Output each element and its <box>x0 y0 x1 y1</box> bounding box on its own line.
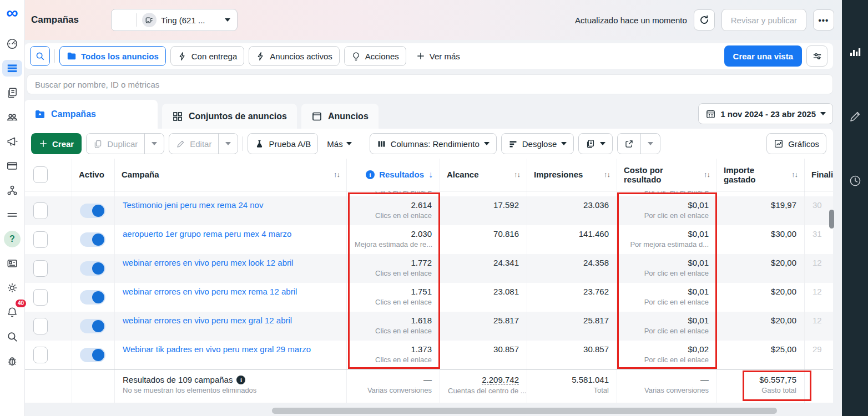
ab-test-button[interactable]: Prueba A/B <box>248 133 318 154</box>
filter-with-delivery[interactable]: Con entrega <box>170 46 245 66</box>
account-info-icon[interactable] <box>2 255 22 272</box>
campaigns-table-panel: Crear Duplicar Editar Prueba A/B Más Col… <box>24 129 833 403</box>
export-button[interactable] <box>618 134 640 154</box>
campaign-link[interactable]: webinar errores en vivo peru mex gral 12… <box>123 316 292 325</box>
charts-button[interactable]: Gráficos <box>766 133 826 154</box>
spend-value: $25,00 <box>717 341 805 369</box>
chevron-down-icon <box>225 18 230 22</box>
select-all-checkbox[interactable] <box>33 166 48 183</box>
see-more-filters[interactable]: Ver más <box>416 52 460 61</box>
reports-button[interactable] <box>578 133 613 154</box>
impressions-total: 5.581.041 <box>535 375 609 384</box>
row-checkbox[interactable] <box>33 202 48 219</box>
view-settings-button[interactable] <box>806 45 827 67</box>
filter-search-button[interactable] <box>30 46 50 66</box>
reach-value: 17.592 <box>440 196 527 225</box>
row-checkbox[interactable] <box>33 318 48 334</box>
duplicate-dropdown[interactable] <box>144 134 164 154</box>
campaign-link[interactable]: Testimonio jeni peru mex rema 24 nov <box>123 200 263 210</box>
settings-gear-icon[interactable] <box>2 280 22 296</box>
search-rail-icon[interactable] <box>2 328 22 345</box>
sort-icon[interactable]: ↑↓ <box>704 171 710 179</box>
chevron-down-icon <box>346 142 352 145</box>
col-ends: Finaliz <box>811 170 833 179</box>
campaign-link[interactable]: webinar errores en vivo peru mex rema 12… <box>123 287 297 296</box>
overview-icon[interactable] <box>2 35 22 52</box>
review-publish-button[interactable]: Revisar y publicar <box>721 9 806 31</box>
results-value: 1.772 <box>355 258 432 267</box>
billing-icon[interactable] <box>2 158 22 174</box>
table-toolbar: Crear Duplicar Editar Prueba A/B Más Col… <box>24 129 833 159</box>
search-input[interactable] <box>27 74 833 94</box>
columns-button[interactable]: Columnas: Rendimiento <box>370 133 497 154</box>
chevron-down-icon <box>820 112 826 115</box>
help-icon[interactable]: ? <box>4 231 21 247</box>
sort-icon[interactable]: ↑↓ <box>514 171 520 179</box>
active-toggle[interactable] <box>80 348 105 362</box>
campaign-link[interactable]: aeropuerto 1er grupo rema peru mex 4 mar… <box>123 229 291 239</box>
duplicate-button[interactable]: Duplicar <box>87 134 144 154</box>
insights-chart-icon[interactable] <box>849 45 862 59</box>
sort-icon[interactable]: ↑↓ <box>791 171 798 179</box>
search-row <box>27 74 833 94</box>
reach-total: 2.209.742 <box>482 375 519 385</box>
date-range-selector[interactable]: 1 nov 2024 - 23 abr 2025 <box>698 103 833 124</box>
more-options-button[interactable]: ••• <box>813 9 834 31</box>
create-view-button[interactable]: Crear una vista <box>724 45 802 67</box>
results-value: 1.618 <box>355 316 432 325</box>
sort-desc-icon[interactable]: ↓ <box>428 170 433 180</box>
campaign-link[interactable]: webinar errores en vivo peru mex look 12… <box>123 258 294 267</box>
col-impressions: Impresiones <box>534 170 583 179</box>
refresh-button[interactable] <box>694 9 715 31</box>
ads-manager-icon[interactable] <box>2 60 22 77</box>
vertical-scrollbar-thumb[interactable] <box>829 210 834 229</box>
active-toggle[interactable] <box>80 261 105 276</box>
reach-value: 70.816 <box>440 225 527 254</box>
impressions-value: 23.762 <box>527 283 617 312</box>
campaign-link[interactable]: Webinar tik padres en vivo peru mex gral… <box>123 344 311 354</box>
edit-pencil-icon[interactable] <box>849 110 862 123</box>
tab-adsets[interactable]: Conjuntos de anuncios <box>162 104 297 129</box>
more-button[interactable]: Más <box>322 139 356 149</box>
table-row: webinar errores en vivo peru mex look 12… <box>24 254 833 283</box>
export-dropdown[interactable] <box>640 134 660 154</box>
ads-promotions-icon[interactable] <box>2 133 22 150</box>
results-total: — <box>355 375 432 384</box>
filter-actions[interactable]: Acciones <box>344 46 406 66</box>
tab-ads[interactable]: Anuncios <box>301 104 379 129</box>
edit-button[interactable]: Editar <box>169 134 218 154</box>
row-checkbox[interactable] <box>33 260 48 277</box>
filter-all-ads[interactable]: Todos los anuncios <box>59 46 166 66</box>
active-toggle[interactable] <box>80 290 105 305</box>
row-checkbox[interactable] <box>33 289 48 306</box>
history-clock-icon[interactable] <box>849 174 862 187</box>
row-checkbox[interactable] <box>33 231 48 248</box>
tab-campaigns[interactable]: Campañas <box>24 100 158 129</box>
connections-icon[interactable] <box>2 182 22 199</box>
end-date-value: 12 <box>805 254 833 283</box>
results-value: 1.373 <box>355 344 432 354</box>
chevron-down-icon <box>600 142 605 145</box>
horizontal-scrollbar-thumb[interactable] <box>272 408 777 414</box>
all-tools-menu-icon[interactable] <box>2 206 22 223</box>
reach-value: 25.817 <box>440 312 527 341</box>
row-checkbox[interactable] <box>33 347 48 363</box>
pages-icon[interactable] <box>2 84 22 101</box>
info-icon[interactable]: i <box>236 376 245 384</box>
create-button[interactable]: Crear <box>31 133 82 154</box>
filter-active-ads[interactable]: Anuncios activos <box>249 46 340 66</box>
info-icon[interactable]: i <box>366 170 375 179</box>
end-date-value: 12 <box>805 312 833 341</box>
notifications-bell-icon[interactable]: 40 <box>2 304 22 321</box>
edit-dropdown[interactable] <box>218 134 238 154</box>
audiences-icon[interactable] <box>2 109 22 125</box>
sort-icon[interactable]: ↑↓ <box>604 171 610 179</box>
active-toggle[interactable] <box>80 319 105 333</box>
sort-icon[interactable]: ↑↓ <box>334 171 340 179</box>
results-value: 2.030 <box>355 229 432 239</box>
active-toggle[interactable] <box>80 232 105 247</box>
breakdown-button[interactable]: Desglose <box>501 133 574 154</box>
report-bug-icon[interactable] <box>2 353 22 369</box>
account-selector[interactable]: Ting (621 ... <box>111 9 238 31</box>
active-toggle[interactable] <box>80 204 105 218</box>
